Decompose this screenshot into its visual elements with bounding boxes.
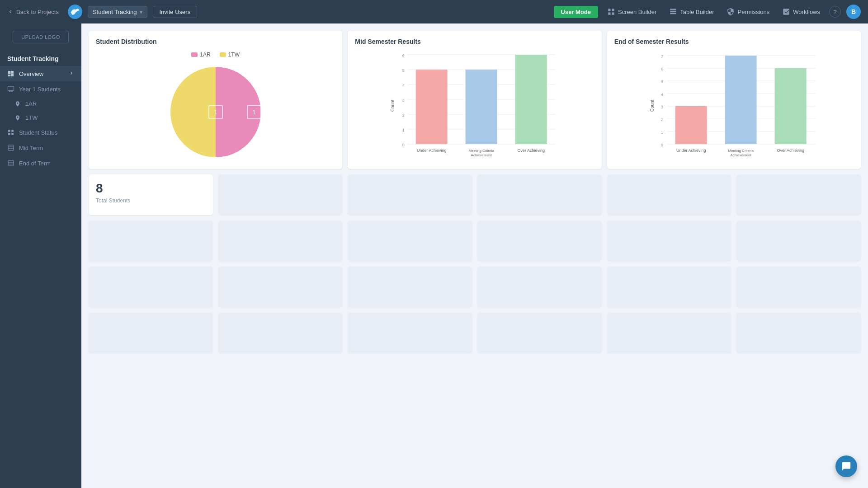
svg-text:1: 1 <box>402 128 405 132</box>
svg-text:Meeting Criteria: Meeting Criteria <box>728 149 754 153</box>
svg-text:Under Achieving: Under Achieving <box>676 148 706 153</box>
legend-1tw-label: 1TW <box>228 52 240 58</box>
mid-semester-chart-card: Mid Semester Results Count 0 1 2 3 4 5 6 <box>348 31 601 169</box>
ph-4-1 <box>89 313 213 353</box>
placeholder-card-4 <box>607 174 731 215</box>
distribution-chart-card: Student Distribution 1AR 1TW <box>89 31 342 169</box>
distribution-title: Student Distribution <box>96 38 335 45</box>
svg-text:6: 6 <box>402 53 405 58</box>
ph-2-4 <box>477 221 602 261</box>
end-semester-title: End of Semester Results <box>614 38 854 45</box>
svg-rect-52 <box>725 56 756 144</box>
ph-3-1 <box>89 267 213 307</box>
svg-text:6: 6 <box>660 67 663 71</box>
main-layout: UPLOAD LOGO Student Tracking Overview Ye… <box>0 23 868 488</box>
ph-4-3 <box>348 313 472 353</box>
dropdown-arrow <box>140 9 142 15</box>
end-semester-chart-card: End of Semester Results Count 0 1 2 3 4 … <box>607 31 861 169</box>
ph-2-2 <box>218 221 343 261</box>
stats-grid: 8 Total Students <box>89 174 861 215</box>
placeholder-row-3 <box>89 267 861 307</box>
svg-text:0: 0 <box>660 143 663 147</box>
ph-2-6 <box>736 221 861 261</box>
chat-button[interactable] <box>835 455 857 477</box>
top-nav: Back to Projects Student Tracking Invite… <box>0 0 868 23</box>
permissions-tool[interactable]: Permissions <box>723 8 773 16</box>
ph-2-3 <box>348 221 472 261</box>
end-semester-bar-chart: Count 0 1 2 3 4 5 6 7 <box>614 52 854 160</box>
mid-semester-bar-chart: Count 0 1 2 3 4 5 6 <box>355 52 594 160</box>
ph-4-5 <box>607 313 731 353</box>
ph-3-4 <box>477 267 602 307</box>
ph-4-2 <box>218 313 343 353</box>
svg-rect-5 <box>8 160 14 166</box>
placeholder-card-3 <box>477 174 602 215</box>
sidebar-item-overview[interactable]: Overview <box>0 66 81 81</box>
ph-4-4 <box>477 313 602 353</box>
sidebar-item-year1students[interactable]: Year 1 Students <box>0 81 81 97</box>
sidebar: UPLOAD LOGO Student Tracking Overview Ye… <box>0 23 81 488</box>
svg-text:2: 2 <box>660 117 663 122</box>
legend-1tw-dot <box>220 52 226 57</box>
svg-text:1: 1 <box>252 109 255 116</box>
sidebar-item-1tw[interactable]: 1TW <box>0 111 81 125</box>
svg-text:3: 3 <box>660 105 663 109</box>
svg-text:Meeting Criteria: Meeting Criteria <box>469 149 495 153</box>
svg-rect-29 <box>515 55 547 144</box>
ph-4-6 <box>736 313 861 353</box>
sidebar-app-title: Student Tracking <box>0 51 81 66</box>
help-button[interactable]: ? <box>829 6 841 18</box>
app-logo <box>68 5 82 19</box>
user-mode-button[interactable]: User Mode <box>554 6 598 18</box>
pie-legend: 1AR 1TW <box>191 52 240 58</box>
project-dropdown[interactable]: Student Tracking <box>88 6 147 18</box>
svg-rect-53 <box>774 68 806 144</box>
screen-builder-tool[interactable]: Screen Builder <box>604 8 660 16</box>
upload-logo-button[interactable]: UPLOAD LOGO <box>13 31 69 43</box>
ph-2-5 <box>607 221 731 261</box>
overview-arrow <box>69 70 74 77</box>
back-button[interactable]: Back to Projects <box>7 9 59 15</box>
svg-rect-1 <box>8 86 14 90</box>
sidebar-item-student-status[interactable]: Student Status <box>0 125 81 140</box>
svg-text:4: 4 <box>660 92 663 97</box>
svg-rect-27 <box>416 70 448 144</box>
svg-rect-2 <box>8 145 14 150</box>
total-students-number: 8 <box>96 182 206 196</box>
placeholder-card-2 <box>348 174 472 215</box>
legend-1ar-dot <box>191 52 198 57</box>
sidebar-item-end-of-term[interactable]: End of Term <box>0 155 81 171</box>
invite-users-button[interactable]: Invite Users <box>153 6 198 18</box>
total-students-label: Total Students <box>96 197 206 204</box>
ph-3-5 <box>607 267 731 307</box>
svg-text:5: 5 <box>402 68 405 73</box>
pie-chart-svg: 1 1 <box>157 62 274 162</box>
svg-text:Achievement: Achievement <box>730 153 751 157</box>
placeholder-card-5 <box>736 174 861 215</box>
sidebar-item-mid-term[interactable]: Mid Term <box>0 140 81 155</box>
svg-text:1: 1 <box>214 109 217 116</box>
svg-rect-28 <box>466 70 497 144</box>
ph-2-1 <box>89 221 213 261</box>
svg-text:Under Achieving: Under Achieving <box>417 148 447 153</box>
svg-text:0: 0 <box>402 143 405 147</box>
avatar[interactable]: B <box>846 5 861 19</box>
workflows-tool[interactable]: Workflows <box>778 8 824 16</box>
placeholder-card-1 <box>218 174 343 215</box>
legend-1tw: 1TW <box>220 52 240 58</box>
sidebar-item-1ar[interactable]: 1AR <box>0 97 81 111</box>
svg-text:Achievement: Achievement <box>471 153 492 157</box>
main-content: Student Distribution 1AR 1TW <box>81 23 868 488</box>
svg-text:Count: Count <box>649 99 654 112</box>
svg-text:4: 4 <box>402 83 405 88</box>
ph-3-2 <box>218 267 343 307</box>
total-students-card: 8 Total Students <box>89 174 213 215</box>
pie-container: 1AR 1TW <box>96 52 335 162</box>
svg-text:7: 7 <box>660 54 663 59</box>
placeholder-row-2 <box>89 221 861 261</box>
svg-text:5: 5 <box>660 80 663 84</box>
table-builder-tool[interactable]: Table Builder <box>665 8 717 16</box>
legend-1ar-label: 1AR <box>200 52 210 58</box>
legend-1ar: 1AR <box>191 52 210 58</box>
mid-semester-title: Mid Semester Results <box>355 38 594 45</box>
